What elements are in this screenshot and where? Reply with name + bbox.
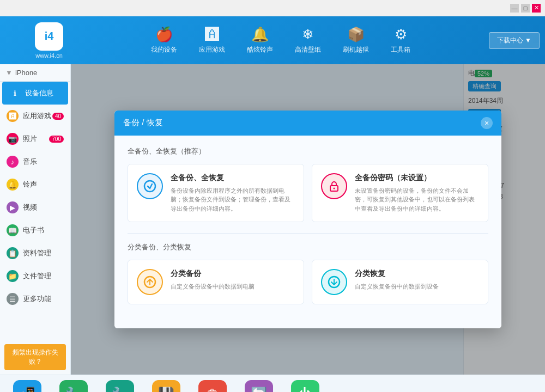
content-area: 电 52% 精确查询 2014年34周 在线查询 厦门/新加坡 硬盘详情 723… [71, 64, 545, 375]
ebook-icon: 📖 [7, 224, 19, 236]
modal-close-button[interactable]: × [481, 117, 493, 129]
photos-icon: 📷 [7, 133, 19, 145]
nav-apps[interactable]: 🅰 应用游戏 [188, 22, 236, 59]
sidebar-item-file-mgmt[interactable]: 📁 文件管理 [0, 265, 70, 287]
music-label: 音乐 [23, 157, 37, 167]
category-restore-icon [321, 269, 347, 295]
video-label: 视频 [23, 203, 37, 212]
modal-body: 全备份、全恢复（推荐） 全备份、全恢复 备份设备内除应用程序之外的所有数据到电脑… [114, 136, 501, 329]
device-info-label: 设备信息 [25, 88, 53, 98]
full-backup-card[interactable]: 全备份、全恢复 备份设备内除应用程序之外的所有数据到电脑；恢复备份文件到设备；管… [128, 164, 304, 223]
category-restore-card[interactable]: 分类恢复 自定义恢复备份中的数据到设备 [312, 260, 488, 304]
close-button[interactable]: ✕ [532, 4, 541, 13]
sidebar-item-more[interactable]: ☰ 更多功能 [0, 287, 70, 310]
modal-title: 备份 / 恢复 [123, 118, 163, 128]
sidebar-item-ringtone[interactable]: 🔔 铃声 [0, 173, 70, 196]
wallpaper-icon: ❄ [302, 26, 314, 43]
bottom-fix-popup[interactable]: 🔧 修复应用弹窗 [98, 380, 142, 392]
apps-sidebar-label: 应用游戏 [23, 111, 51, 121]
shutdown-icon: ⏻ [291, 380, 319, 392]
toolbox-icon: ⚙ [395, 26, 407, 43]
video-icon: ▶ [7, 201, 19, 213]
svg-point-2 [334, 187, 335, 189]
logo-subtitle: www.i4.cn [35, 52, 63, 59]
main-layout: ▼ iPhone ℹ 设备信息 🅰 应用游戏 40 📷 照片 700 ♪ 音乐 … [0, 64, 545, 375]
nav-jailbreak-label: 刷机越狱 [343, 45, 369, 54]
iphone-label: ▼ iPhone [0, 64, 70, 82]
nav-jailbreak[interactable]: 📦 刷机越狱 [332, 22, 380, 59]
photos-badge: 700 [49, 136, 64, 143]
sidebar-item-music[interactable]: ♪ 音乐 [0, 150, 70, 173]
data-mgmt-icon: 📋 [7, 247, 19, 259]
modal-header: 备份 / 恢复 × [114, 111, 501, 136]
maximize-button[interactable]: □ [521, 4, 530, 13]
backup-password-title: 全备份密码（未设置） [355, 173, 479, 183]
bottom-shutdown[interactable]: ⏻ 关闭设备 [283, 380, 327, 392]
svg-point-0 [144, 181, 155, 192]
sidebar-item-video[interactable]: ▶ 视频 [0, 196, 70, 219]
category-backup-desc: 自定义备份设备中的数据到电脑 [171, 282, 255, 291]
arrow-icon: ▼ [5, 69, 13, 77]
full-backup-title: 全备份、全恢复 [171, 173, 295, 183]
data-mgmt-label: 资料管理 [23, 248, 51, 258]
category-backup-card[interactable]: 分类备份 自定义备份设备中的数据到电脑 [128, 260, 304, 304]
category-restore-title: 分类恢复 [355, 269, 439, 279]
bottom-backup-restore[interactable]: 💾 备份 / 恢复 [144, 380, 188, 392]
nav-my-device-label: 我的设备 [151, 45, 177, 54]
sidebar: ▼ iPhone ℹ 设备信息 🅰 应用游戏 40 📷 照片 700 ♪ 音乐 … [0, 64, 71, 375]
photos-label: 照片 [23, 134, 37, 144]
modal-overlay: 备份 / 恢复 × 全备份、全恢复（推荐） 全备份、全恢复 备份设备内除应用程序… [71, 64, 545, 375]
sidebar-item-apps[interactable]: 🅰 应用游戏 40 [0, 105, 70, 127]
apps-icon: 🅰 [205, 26, 219, 43]
category-restore-content: 分类恢复 自定义恢复备份中的数据到设备 [355, 269, 439, 291]
minimize-button[interactable]: — [510, 4, 519, 13]
nav-wallpaper[interactable]: ❄ 高清壁纸 [284, 22, 332, 59]
bottom-fix-crash[interactable]: 🔧 修复应用闪退 [52, 380, 95, 392]
sidebar-item-photos[interactable]: 📷 照片 700 [0, 127, 70, 150]
file-mgmt-icon: 📁 [7, 270, 19, 282]
fix-popup-icon: 🔧 [106, 380, 134, 392]
bottom-clean[interactable]: 🗑 垃圾清理 [191, 380, 234, 392]
nav-apps-label: 应用游戏 [199, 45, 225, 54]
full-backup-desc: 备份设备内除应用程序之外的所有数据到电脑；恢复备份文件到设备；管理备份，查看及导… [171, 186, 295, 213]
install-mobile-icon: 📲 [13, 380, 41, 392]
section2-title: 分类备份、分类恢复 [128, 242, 488, 252]
download-button[interactable]: 下载中心 ▼ [489, 32, 540, 49]
category-restore-desc: 自定义恢复备份中的数据到设备 [355, 282, 439, 291]
nav-toolbox[interactable]: ⚙ 工具箱 [380, 22, 421, 59]
nav-toolbox-label: 工具箱 [391, 45, 410, 54]
ringtone-sidebar-icon: 🔔 [7, 179, 19, 191]
frequent-fail-button[interactable]: 频繁出现操作失败？ [4, 344, 66, 370]
device-info-icon: ℹ [9, 87, 21, 99]
iphone-label-text: iPhone [15, 69, 37, 77]
bottom-install-mobile[interactable]: 📲 安装移动端 [5, 380, 49, 392]
bottom-bar: 📲 安装移动端 🔧 修复应用闪退 🔧 修复应用弹窗 💾 备份 / 恢复 🗑 垃圾… [0, 375, 545, 392]
sidebar-item-device-info[interactable]: ℹ 设备信息 [2, 82, 68, 105]
title-bar: — □ ✕ [0, 0, 545, 16]
logo-icon: i4 [35, 22, 63, 51]
category-backup-title: 分类备份 [171, 269, 255, 279]
ringtone-sidebar-label: 铃声 [23, 180, 37, 189]
ebook-label: 电子书 [23, 225, 44, 235]
fix-crash-icon: 🔧 [59, 380, 88, 392]
backup-restore-modal: 备份 / 恢复 × 全备份、全恢复（推荐） 全备份、全恢复 备份设备内除应用程序… [114, 111, 501, 329]
category-backup-content: 分类备份 自定义备份设备中的数据到电脑 [171, 269, 255, 291]
sidebar-item-data-mgmt[interactable]: 📋 资料管理 [0, 242, 70, 265]
ringtone-icon: 🔔 [251, 26, 269, 43]
section-divider [128, 233, 488, 234]
nav-bar: 🍎 我的设备 🅰 应用游戏 🔔 酷炫铃声 ❄ 高清壁纸 📦 刷机越狱 ⚙ 工具箱 [93, 22, 469, 59]
more-icon: ☰ [7, 293, 19, 305]
section1-title: 全备份、全恢复（推荐） [128, 146, 488, 156]
backup-password-card[interactable]: 全备份密码（未设置） 未设置备份密码的设备，备份的文件不会加密，可恢复到其他设备… [312, 164, 488, 223]
category-backup-row: 分类备份 自定义备份设备中的数据到电脑 分类恢复 自定义恢复备份中的数据到设备 [128, 260, 488, 304]
logo-area: i4 www.i4.cn [5, 22, 93, 59]
bottom-restart[interactable]: 🔄 重启设备 [237, 380, 281, 392]
nav-ringtone[interactable]: 🔔 酷炫铃声 [236, 22, 284, 59]
full-backup-content: 全备份、全恢复 备份设备内除应用程序之外的所有数据到电脑；恢复备份文件到设备；管… [171, 173, 295, 213]
nav-my-device[interactable]: 🍎 我的设备 [140, 22, 188, 59]
my-device-icon: 🍎 [155, 26, 173, 43]
apps-badge: 40 [52, 113, 64, 120]
sidebar-item-ebook[interactable]: 📖 电子书 [0, 219, 70, 242]
category-backup-icon [137, 269, 163, 295]
backup-password-content: 全备份密码（未设置） 未设置备份密码的设备，备份的文件不会加密，可恢复到其他设备… [355, 173, 479, 213]
